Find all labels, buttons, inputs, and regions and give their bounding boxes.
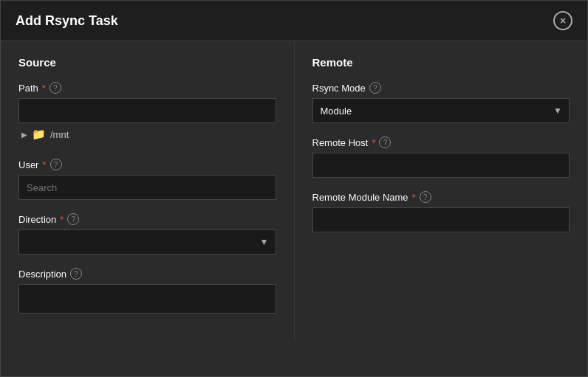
user-form-group: User * ? (18, 159, 276, 200)
modal-body: Source Path * ? ▶ 📁 /mnt User (1, 41, 587, 342)
remote-module-name-label: Remote Module Name * ? (312, 191, 570, 203)
tree-toggle-icon[interactable]: ▶ (21, 131, 27, 139)
tree-folder-name: /mnt (50, 129, 69, 140)
modal-title: Add Rsync Task (16, 13, 118, 29)
user-help-icon[interactable]: ? (50, 159, 62, 170)
direction-form-group: Direction * ? Push Pull ▼ (18, 213, 276, 255)
direction-help-icon[interactable]: ? (67, 213, 79, 225)
add-rsync-task-modal: Add Rsync Task × Source Path * ? ▶ 📁 /mn… (0, 0, 588, 377)
remote-section: Remote Rsync Mode ? Module SSH ▼ (295, 41, 588, 342)
description-label: Description ? (18, 268, 276, 280)
remote-module-name-input[interactable] (312, 207, 570, 232)
remote-host-input[interactable] (312, 153, 570, 178)
modal-header: Add Rsync Task × (1, 1, 587, 41)
path-input[interactable] (18, 98, 276, 123)
remote-host-form-group: Remote Host * ? (312, 136, 570, 178)
remote-module-name-required: * (412, 192, 416, 203)
path-form-group: Path * ? ▶ 📁 /mnt (18, 82, 276, 145)
user-required: * (42, 159, 46, 170)
path-required: * (42, 83, 46, 94)
remote-host-required: * (372, 137, 375, 148)
folder-icon: 📁 (32, 128, 46, 141)
direction-select-wrap: Push Pull ▼ (18, 229, 276, 255)
tree-row: ▶ 📁 /mnt (18, 123, 276, 145)
user-search-input[interactable] (18, 175, 276, 200)
path-label: Path * ? (18, 82, 276, 94)
description-input[interactable] (18, 284, 276, 314)
description-help-icon[interactable]: ? (70, 268, 82, 280)
rsync-mode-form-group: Rsync Mode ? Module SSH ▼ (312, 82, 570, 123)
remote-host-help-icon[interactable]: ? (379, 136, 391, 148)
remote-module-name-form-group: Remote Module Name * ? (312, 191, 570, 232)
rsync-mode-select[interactable]: Module SSH (312, 98, 570, 123)
user-label: User * ? (18, 159, 276, 170)
remote-host-label: Remote Host * ? (312, 136, 570, 148)
rsync-mode-label: Rsync Mode ? (312, 82, 570, 94)
source-section: Source Path * ? ▶ 📁 /mnt User (1, 41, 295, 342)
direction-label: Direction * ? (18, 213, 276, 225)
close-button[interactable]: × (553, 11, 572, 30)
rsync-mode-help-icon[interactable]: ? (369, 82, 381, 94)
direction-required: * (60, 214, 64, 225)
source-section-title: Source (18, 56, 276, 69)
direction-select[interactable]: Push Pull (18, 229, 276, 255)
remote-section-title: Remote (312, 56, 570, 69)
description-form-group: Description ? (18, 268, 276, 314)
path-help-icon[interactable]: ? (49, 82, 61, 94)
remote-module-name-help-icon[interactable]: ? (420, 191, 431, 203)
rsync-mode-select-wrap: Module SSH ▼ (312, 98, 570, 123)
user-search-wrap (18, 175, 276, 200)
